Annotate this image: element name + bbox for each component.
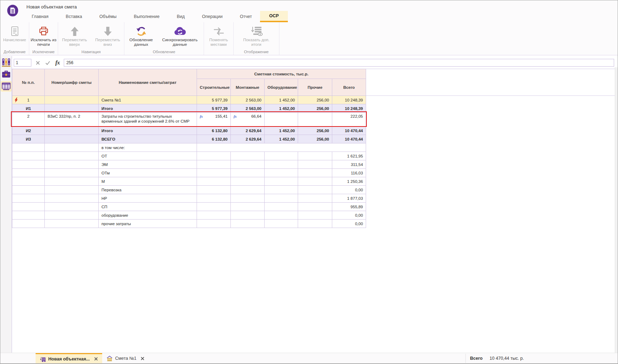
cell-stroit[interactable]: [197, 177, 231, 186]
ribbon-tab[interactable]: Выполнение: [134, 11, 160, 22]
estimate-table-icon[interactable]: [1, 81, 12, 92]
cell-name[interactable]: ВСЕГО: [99, 135, 197, 143]
cell-code[interactable]: [45, 152, 99, 160]
ribbon-button[interactable]: Обновление данных: [126, 22, 157, 47]
cell-name[interactable]: СП: [99, 203, 197, 211]
cell-code[interactable]: [45, 211, 99, 220]
cell-code[interactable]: [45, 169, 99, 177]
ribbon-tab[interactable]: Главная: [32, 11, 49, 22]
cell-mont[interactable]: 2 563,00: [231, 104, 265, 113]
briefcase-icon[interactable]: [1, 69, 12, 80]
cell-code[interactable]: [45, 160, 99, 169]
cell-stroit[interactable]: 5 977,39: [197, 104, 231, 113]
cell-name[interactable]: прочие затраты: [99, 220, 197, 228]
ribbon-tab[interactable]: Операции: [202, 11, 222, 22]
ribbon-tab[interactable]: Вставка: [66, 11, 82, 22]
cell-stroit[interactable]: 6 132,80: [197, 135, 231, 143]
cell-name[interactable]: в том числе:: [99, 143, 197, 152]
cell-code[interactable]: [45, 104, 99, 113]
cell-stroit[interactable]: [197, 160, 231, 169]
app-logo-icon[interactable]: [7, 4, 19, 17]
cell-name[interactable]: Затраты на строительство титульных време…: [99, 113, 197, 127]
cell-obor[interactable]: [265, 186, 298, 194]
cell-stroit[interactable]: 6 132,80: [197, 127, 231, 135]
cell-stroit[interactable]: [197, 220, 231, 228]
cell-code[interactable]: [45, 220, 99, 228]
cell-prochie[interactable]: [298, 177, 332, 186]
document-tab[interactable]: Новая объектная...: [36, 353, 102, 364]
cell-stroit[interactable]: [197, 194, 231, 203]
ribbon-tab[interactable]: ОСР: [260, 11, 288, 22]
cell-vsego[interactable]: 116,03: [332, 169, 366, 177]
cancel-icon[interactable]: [36, 61, 40, 65]
cell-vsego[interactable]: 0,00: [332, 211, 366, 220]
cell-prochie[interactable]: 256,00: [298, 104, 332, 113]
cell-num[interactable]: 2: [12, 113, 45, 127]
cell-num[interactable]: [12, 177, 45, 186]
estimates-library-icon[interactable]: [1, 57, 12, 68]
cell-num[interactable]: [12, 186, 45, 194]
cell-vsego[interactable]: 311,54: [332, 160, 366, 169]
cell-num[interactable]: [12, 169, 45, 177]
cell-name[interactable]: Перевозка: [99, 186, 197, 194]
cell-obor[interactable]: [265, 203, 298, 211]
cell-mont[interactable]: [231, 211, 265, 220]
cell-name[interactable]: ОТм: [99, 169, 197, 177]
cell-prochie[interactable]: 256,00: [298, 127, 332, 135]
cell-obor[interactable]: 1 452,00: [265, 96, 298, 104]
cell-code[interactable]: [45, 143, 99, 152]
document-tab[interactable]: Смета №1: [102, 353, 149, 364]
cell-code[interactable]: [45, 186, 99, 194]
cell-mont[interactable]: [231, 152, 265, 160]
cell-obor[interactable]: [265, 169, 298, 177]
cell-mont[interactable]: [231, 220, 265, 228]
cell-prochie[interactable]: [298, 160, 332, 169]
ribbon-button[interactable]: Синхронизировать данные: [157, 22, 203, 47]
cell-prochie[interactable]: [298, 211, 332, 220]
cell-vsego[interactable]: 1 621,95: [332, 152, 366, 160]
ribbon-tab[interactable]: Вид: [177, 11, 185, 22]
cell-name[interactable]: Смета №1: [99, 96, 197, 104]
cell-stroit[interactable]: fx155,41: [197, 113, 231, 127]
cell-reference-input[interactable]: [14, 59, 31, 67]
cell-stroit[interactable]: [197, 169, 231, 177]
cell-vsego[interactable]: 955,89: [332, 203, 366, 211]
cell-vsego[interactable]: 10 248,39: [332, 96, 366, 104]
ribbon-button[interactable]: Исключить из печати: [30, 22, 57, 47]
cell-prochie[interactable]: [298, 152, 332, 160]
cell-vsego[interactable]: 10 248,39: [332, 104, 366, 113]
cell-prochie[interactable]: [298, 186, 332, 194]
vertical-scrollbar[interactable]: [615, 67, 618, 353]
cell-vsego[interactable]: 0,00: [332, 186, 366, 194]
cell-num[interactable]: [12, 203, 45, 211]
cell-code[interactable]: [45, 203, 99, 211]
cell-prochie[interactable]: [298, 203, 332, 211]
cell-name[interactable]: оборудование: [99, 211, 197, 220]
cell-num[interactable]: И2: [12, 127, 45, 135]
cell-obor[interactable]: 1 452,00: [265, 135, 298, 143]
cell-prochie[interactable]: [298, 194, 332, 203]
cell-num[interactable]: [12, 160, 45, 169]
cell-mont[interactable]: [231, 169, 265, 177]
cell-name[interactable]: ОТ: [99, 152, 197, 160]
cell-mont[interactable]: [231, 203, 265, 211]
cell-obor[interactable]: 1 452,00: [265, 104, 298, 113]
cell-obor[interactable]: [265, 152, 298, 160]
cell-obor[interactable]: [265, 194, 298, 203]
cell-name[interactable]: Итого: [99, 127, 197, 135]
cell-obor[interactable]: 1 452,00: [265, 127, 298, 135]
cell-stroit[interactable]: [197, 186, 231, 194]
cell-code[interactable]: ВЗиС 332/пр, п. 2: [45, 113, 99, 127]
cell-code[interactable]: [45, 135, 99, 143]
cell-prochie[interactable]: [298, 113, 332, 127]
cell-vsego[interactable]: 10 470,44: [332, 135, 366, 143]
cell-name[interactable]: НР: [99, 194, 197, 203]
cell-obor[interactable]: [265, 177, 298, 186]
cell-vsego[interactable]: 10 470,44: [332, 127, 366, 135]
cell-mont[interactable]: [231, 194, 265, 203]
cell-name[interactable]: Итого: [99, 104, 197, 113]
cell-obor[interactable]: [265, 211, 298, 220]
ribbon-tab[interactable]: Объёмы: [99, 11, 117, 22]
close-icon[interactable]: [141, 357, 144, 360]
cell-vsego[interactable]: 1 877,03: [332, 194, 366, 203]
